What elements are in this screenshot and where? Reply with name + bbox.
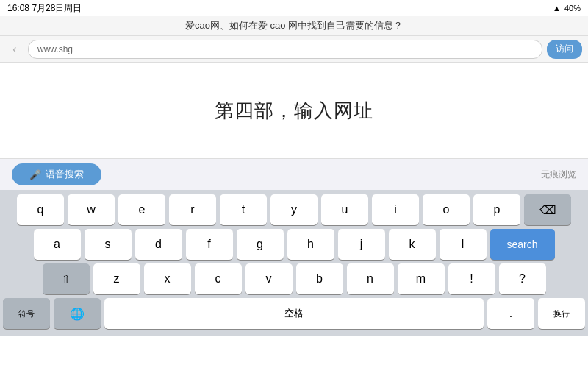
battery-label: 40%: [564, 4, 581, 13]
key-l[interactable]: l: [440, 229, 487, 260]
back-icon: ‹: [12, 43, 16, 56]
key-i[interactable]: i: [372, 194, 419, 225]
voice-search-label: 语音搜索: [46, 168, 84, 181]
key-f[interactable]: f: [186, 229, 233, 260]
key-y[interactable]: y: [270, 194, 318, 225]
globe-key[interactable]: 🌐: [54, 298, 101, 329]
url-input[interactable]: [28, 40, 542, 59]
space-key[interactable]: 空格: [104, 298, 484, 329]
key-z[interactable]: z: [93, 263, 140, 294]
search-key[interactable]: search: [490, 229, 555, 260]
key-r[interactable]: r: [169, 194, 216, 225]
keyboard-row-3: ⇧ z x c v b n m ! ?: [3, 263, 585, 294]
key-u[interactable]: u: [321, 194, 368, 225]
incognito-label: 无痕浏览: [541, 169, 576, 181]
keyboard-row-4: 符号 🌐 空格 . 换行: [3, 298, 585, 329]
key-h[interactable]: h: [287, 229, 334, 260]
page-title: 爱cao网、如何在爱 cao 网中找到自己需要的信息？: [185, 20, 403, 31]
key-v[interactable]: v: [245, 263, 293, 294]
status-bar: 16:08 7月28日周日 ▲ 40%: [0, 0, 588, 16]
main-title: 第四部，输入网址: [215, 98, 373, 124]
content-area: 第四部，输入网址: [0, 63, 588, 158]
key-j[interactable]: j: [338, 229, 385, 260]
status-time: 16:08 7月28日周日: [7, 2, 82, 15]
key-question[interactable]: ?: [499, 263, 546, 294]
key-p[interactable]: p: [473, 194, 520, 225]
keyboard: q w e r t y u i o p ⌫ a s d f g h j k l …: [0, 190, 588, 336]
key-q[interactable]: q: [17, 194, 64, 225]
key-period[interactable]: .: [487, 298, 534, 329]
keyboard-row-2: a s d f g h j k l search: [3, 229, 585, 260]
key-k[interactable]: k: [389, 229, 436, 260]
title-bar: 爱cao网、如何在爱 cao 网中找到自己需要的信息？: [0, 16, 588, 36]
key-t[interactable]: t: [220, 194, 267, 225]
browser-bar: ‹ 访问: [0, 36, 588, 63]
status-right: ▲ 40%: [553, 4, 581, 13]
key-a[interactable]: a: [34, 229, 81, 260]
shift-key[interactable]: ⇧: [43, 263, 90, 294]
key-d[interactable]: d: [135, 229, 182, 260]
key-n[interactable]: n: [347, 263, 394, 294]
mic-icon: 🎤: [29, 169, 41, 180]
suggestion-bar: 🎤 语音搜索 无痕浏览: [0, 158, 588, 190]
sym-key[interactable]: 符号: [3, 298, 50, 329]
key-g[interactable]: g: [237, 229, 284, 260]
signal-icon: ▲: [553, 4, 561, 13]
key-x[interactable]: x: [144, 263, 191, 294]
key-o[interactable]: o: [423, 194, 470, 225]
voice-search-button[interactable]: 🎤 语音搜索: [12, 163, 101, 185]
visit-button[interactable]: 访问: [547, 40, 582, 59]
key-dot[interactable]: !: [448, 263, 495, 294]
backspace-key[interactable]: ⌫: [524, 194, 571, 225]
key-m[interactable]: m: [398, 263, 445, 294]
key-c[interactable]: c: [195, 263, 242, 294]
back-button[interactable]: ‹: [6, 40, 24, 58]
key-return[interactable]: 换行: [538, 298, 585, 329]
key-s[interactable]: s: [85, 229, 132, 260]
keyboard-row-1: q w e r t y u i o p ⌫: [3, 194, 585, 225]
key-b[interactable]: b: [296, 263, 343, 294]
key-e[interactable]: e: [118, 194, 165, 225]
key-w[interactable]: w: [68, 194, 115, 225]
